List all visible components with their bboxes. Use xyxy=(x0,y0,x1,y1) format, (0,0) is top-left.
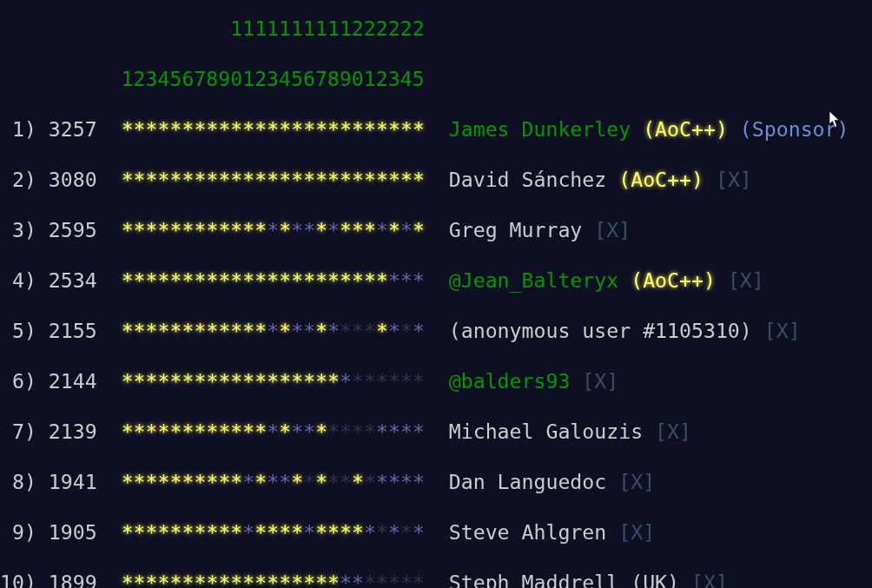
star-icon: * xyxy=(388,268,400,292)
star-icon: * xyxy=(242,168,254,191)
star-icon: * xyxy=(194,117,206,141)
star-icon: * xyxy=(340,369,352,393)
remove-button[interactable]: [X] xyxy=(618,520,655,544)
star-icon: * xyxy=(388,520,400,544)
star-icon: * xyxy=(352,319,364,342)
star-icon: * xyxy=(364,117,376,141)
star-icon: * xyxy=(146,571,158,588)
star-icon: * xyxy=(303,470,315,493)
star-icon: * xyxy=(291,268,303,292)
star-icon: * xyxy=(218,117,230,141)
star-icon: * xyxy=(364,218,376,241)
star-icon: * xyxy=(413,117,425,141)
user-name[interactable]: @Jean_Balteryx xyxy=(449,268,618,292)
score: 2595 xyxy=(49,218,97,241)
star-icon: * xyxy=(194,218,206,241)
star-icon: * xyxy=(254,268,267,292)
star-icon: * xyxy=(327,319,340,342)
user-name: Michael Galouzis xyxy=(449,420,643,443)
star-icon: * xyxy=(182,520,194,544)
star-icon: * xyxy=(413,470,425,493)
star-icon: * xyxy=(364,369,376,393)
star-icon: * xyxy=(242,420,254,443)
remove-button[interactable]: [X] xyxy=(716,168,752,191)
star-icon: * xyxy=(242,520,254,544)
star-icon: * xyxy=(303,218,315,241)
star-icon: * xyxy=(352,218,364,241)
star-icon: * xyxy=(279,369,291,393)
remove-button[interactable]: [X] xyxy=(728,268,764,292)
star-icon: * xyxy=(327,369,340,393)
star-icon: * xyxy=(364,520,376,544)
remove-button[interactable]: [X] xyxy=(691,571,728,588)
star-icon: * xyxy=(364,571,376,588)
remove-button[interactable]: [X] xyxy=(582,369,618,393)
star-icon: * xyxy=(327,420,340,443)
remove-button[interactable]: [X] xyxy=(655,420,691,443)
star-icon: * xyxy=(267,319,279,342)
star-icon: * xyxy=(315,168,327,191)
star-icon: * xyxy=(134,520,146,544)
star-icon: * xyxy=(340,520,352,544)
star-icon: * xyxy=(291,369,303,393)
aocpp-badge[interactable]: (AoC++) xyxy=(618,168,704,191)
star-icon: * xyxy=(315,319,327,342)
star-icon: * xyxy=(303,268,315,292)
star-icon: * xyxy=(327,168,340,191)
remove-button[interactable]: [X] xyxy=(764,319,801,342)
star-icon: * xyxy=(194,520,206,544)
star-icon: * xyxy=(352,420,364,443)
star-icon: * xyxy=(352,470,364,493)
day-header-tens: 1111111111222222 xyxy=(0,16,872,41)
remove-button[interactable]: [X] xyxy=(594,218,631,241)
star-icon: * xyxy=(279,218,291,241)
star-icon: * xyxy=(315,520,327,544)
user-name[interactable]: James Dunkerley xyxy=(449,117,631,141)
star-icon: * xyxy=(352,268,364,292)
star-icon: * xyxy=(158,168,170,191)
star-icon: * xyxy=(400,168,413,191)
star-icon: * xyxy=(291,571,303,588)
star-icon: * xyxy=(170,420,182,443)
remove-button[interactable]: [X] xyxy=(618,470,655,493)
star-icon: * xyxy=(242,268,254,292)
star-icon: * xyxy=(254,117,267,141)
star-icon: * xyxy=(206,520,218,544)
star-icon: * xyxy=(279,117,291,141)
star-icon: * xyxy=(170,369,182,393)
leaderboard-row: 8) 1941 ************************* Dan La… xyxy=(0,469,872,494)
star-icon: * xyxy=(254,470,267,493)
star-icon: * xyxy=(146,117,158,141)
star-icon: * xyxy=(376,168,388,191)
aocpp-badge[interactable]: (AoC++) xyxy=(643,117,728,141)
star-icon: * xyxy=(242,117,254,141)
star-icon: * xyxy=(315,218,327,241)
rank: 3) xyxy=(0,218,36,241)
star-icon: * xyxy=(182,319,194,342)
star-icon: * xyxy=(146,218,158,241)
leaderboard-row: 7) 2139 ************************* Michae… xyxy=(0,419,872,444)
aocpp-badge[interactable]: (AoC++) xyxy=(631,268,716,292)
star-icon: * xyxy=(376,420,388,443)
user-name[interactable]: @balders93 xyxy=(449,369,571,393)
star-icon: * xyxy=(230,420,242,443)
star-icon: * xyxy=(254,319,267,342)
star-icon: * xyxy=(218,168,230,191)
star-icon: * xyxy=(134,268,146,292)
score: 2155 xyxy=(49,319,97,342)
star-icon: * xyxy=(291,117,303,141)
star-icon: * xyxy=(182,571,194,588)
star-icon: * xyxy=(400,268,413,292)
star-icon: * xyxy=(315,117,327,141)
star-icon: * xyxy=(315,571,327,588)
star-icon: * xyxy=(376,369,388,393)
star-icon: * xyxy=(340,571,352,588)
star-icon: * xyxy=(182,168,194,191)
star-icon: * xyxy=(376,571,388,588)
star-icon: * xyxy=(279,520,291,544)
star-icon: * xyxy=(400,117,413,141)
score: 3257 xyxy=(49,117,97,141)
star-icon: * xyxy=(206,168,218,191)
rank: 2) xyxy=(0,168,36,191)
sponsor-badge[interactable]: (Sponsor) xyxy=(740,117,849,141)
